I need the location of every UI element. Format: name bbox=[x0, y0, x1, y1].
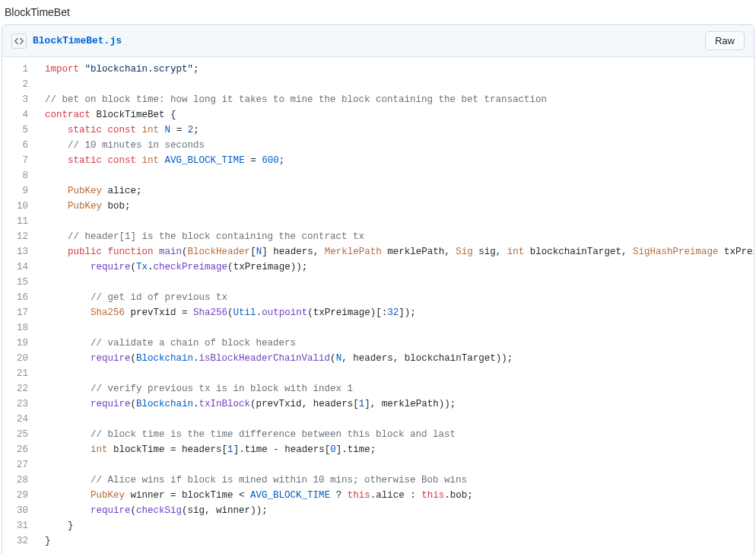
file-box: BlockTimeBet.js Raw 12345678910111213141… bbox=[2, 24, 754, 554]
file-name-link[interactable]: BlockTimeBet.js bbox=[33, 35, 122, 46]
code-line: // get id of previous tx bbox=[45, 290, 754, 305]
line-number: 18 bbox=[2, 320, 34, 336]
line-number: 11 bbox=[2, 214, 34, 229]
line-number: 26 bbox=[2, 442, 34, 457]
line-number: 27 bbox=[2, 457, 34, 473]
code-line: require(checkSig(sig, winner)); bbox=[45, 503, 754, 518]
code-area: 1234567891011121314151617181920212223242… bbox=[2, 57, 754, 554]
line-number: 21 bbox=[2, 366, 34, 381]
code-content[interactable]: import "blockchain.scrypt"; // bet on bl… bbox=[42, 57, 754, 553]
code-line: } bbox=[45, 533, 754, 549]
line-number: 5 bbox=[2, 123, 34, 138]
line-number: 8 bbox=[2, 168, 34, 183]
code-line: int blockTime = headers[1].time - header… bbox=[45, 442, 754, 457]
line-number: 9 bbox=[2, 183, 34, 199]
line-number-gutter: 1234567891011121314151617181920212223242… bbox=[2, 57, 42, 553]
line-number: 15 bbox=[2, 275, 34, 290]
code-line: } bbox=[45, 518, 754, 533]
code-line bbox=[45, 275, 754, 290]
line-number: 7 bbox=[2, 153, 34, 168]
page-title: BlockTimeBet bbox=[2, 2, 754, 24]
code-line bbox=[45, 457, 754, 473]
code-line: PubKey bob; bbox=[45, 199, 754, 214]
code-line: PubKey winner = blockTime < AVG_BLOCK_TI… bbox=[45, 488, 754, 503]
code-line bbox=[45, 366, 754, 381]
code-line bbox=[45, 412, 754, 427]
code-line bbox=[45, 168, 754, 183]
line-number: 20 bbox=[2, 351, 34, 366]
line-number: 31 bbox=[2, 518, 34, 533]
line-number: 1 bbox=[2, 62, 34, 77]
line-number: 13 bbox=[2, 244, 34, 259]
code-line: contract BlockTimeBet { bbox=[45, 107, 754, 123]
code-line: PubKey alice; bbox=[45, 183, 754, 199]
line-number: 29 bbox=[2, 488, 34, 503]
line-number: 32 bbox=[2, 533, 34, 549]
line-number: 24 bbox=[2, 412, 34, 427]
code-line bbox=[45, 77, 754, 92]
line-number: 17 bbox=[2, 305, 34, 320]
line-number: 30 bbox=[2, 503, 34, 518]
code-line bbox=[45, 320, 754, 336]
code-line: require(Tx.checkPreimage(txPreimage)); bbox=[45, 259, 754, 275]
line-number: 12 bbox=[2, 229, 34, 244]
line-number: 14 bbox=[2, 259, 34, 275]
code-line: // Alice wins if block is mined within 1… bbox=[45, 473, 754, 488]
code-line: // validate a chain of block headers bbox=[45, 336, 754, 351]
line-number: 3 bbox=[2, 92, 34, 107]
code-line: // verify previous tx is in block with i… bbox=[45, 381, 754, 396]
code-line: // header[1] is the block containing the… bbox=[45, 229, 754, 244]
code-line: import "blockchain.scrypt"; bbox=[45, 62, 754, 77]
line-number: 25 bbox=[2, 427, 34, 442]
line-number: 19 bbox=[2, 336, 34, 351]
line-number: 10 bbox=[2, 199, 34, 214]
code-line: static const int N = 2; bbox=[45, 123, 754, 138]
code-line: require(Blockchain.txInBlock(prevTxid, h… bbox=[45, 396, 754, 412]
line-number: 22 bbox=[2, 381, 34, 396]
line-number: 2 bbox=[2, 77, 34, 92]
code-line bbox=[45, 214, 754, 229]
code-line: require(Blockchain.isBlockHeaderChainVal… bbox=[45, 351, 754, 366]
code-line: static const int AVG_BLOCK_TIME = 600; bbox=[45, 153, 754, 168]
line-number: 16 bbox=[2, 290, 34, 305]
file-header-left: BlockTimeBet.js bbox=[11, 33, 122, 49]
file-header: BlockTimeBet.js Raw bbox=[2, 25, 754, 57]
code-line: Sha256 prevTxid = Sha256(Util.outpoint(t… bbox=[45, 305, 754, 320]
raw-button[interactable]: Raw bbox=[705, 31, 745, 50]
line-number: 4 bbox=[2, 107, 34, 123]
code-line: // 10 minutes in seconds bbox=[45, 138, 754, 153]
code-file-icon bbox=[11, 33, 27, 49]
line-number: 23 bbox=[2, 396, 34, 412]
code-line: public function main(BlockHeader[N] head… bbox=[45, 244, 754, 259]
line-number: 6 bbox=[2, 138, 34, 153]
code-line: // bet on block time: how long it takes … bbox=[45, 92, 754, 107]
line-number: 28 bbox=[2, 473, 34, 488]
code-line: // block time is the time difference bet… bbox=[45, 427, 754, 442]
